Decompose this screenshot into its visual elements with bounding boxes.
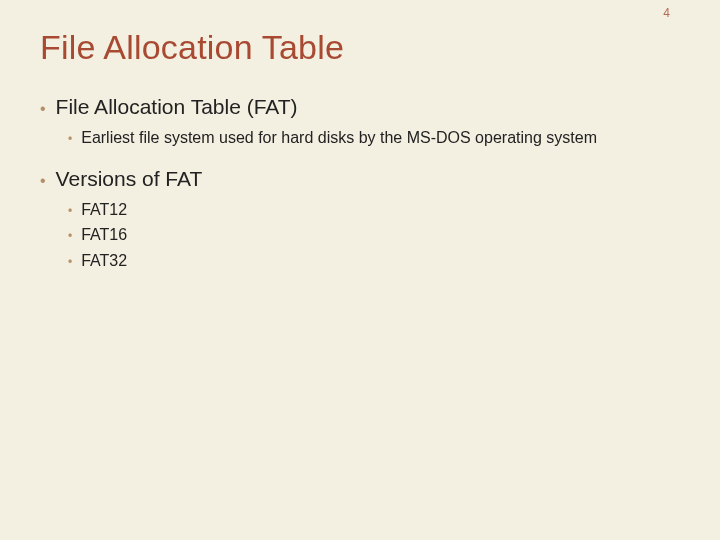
list-item-text: Versions of FAT <box>56 167 203 191</box>
list-item: • FAT32 <box>68 250 680 272</box>
bullet-icon: • <box>68 254 72 268</box>
page-number: 4 <box>663 6 670 20</box>
bullet-list-level2: • FAT12 • FAT16 • FAT32 <box>68 199 680 272</box>
bullet-list-level1: • File Allocation Table (FAT) • Earliest… <box>40 95 680 271</box>
bullet-icon: • <box>68 131 72 145</box>
list-item-text: Earliest file system used for hard disks… <box>81 127 597 149</box>
bullet-icon: • <box>40 170 46 189</box>
list-item-row: • File Allocation Table (FAT) <box>40 95 680 119</box>
slide-title: File Allocation Table <box>40 28 680 67</box>
list-item-row: • Versions of FAT <box>40 167 680 191</box>
list-item: • FAT12 <box>68 199 680 221</box>
bullet-icon: • <box>40 98 46 117</box>
list-item-text: FAT16 <box>81 224 127 246</box>
bullet-icon: • <box>68 228 72 242</box>
list-item: • FAT16 <box>68 224 680 246</box>
slide-body: File Allocation Table • File Allocation … <box>0 0 720 271</box>
list-item: • Versions of FAT • FAT12 • FAT16 • FAT3… <box>40 167 680 272</box>
list-item-text: FAT32 <box>81 250 127 272</box>
list-item: • File Allocation Table (FAT) • Earliest… <box>40 95 680 149</box>
bullet-icon: • <box>68 203 72 217</box>
list-item: • Earliest file system used for hard dis… <box>68 127 680 149</box>
bullet-list-level2: • Earliest file system used for hard dis… <box>68 127 680 149</box>
list-item-text: File Allocation Table (FAT) <box>56 95 298 119</box>
list-item-text: FAT12 <box>81 199 127 221</box>
